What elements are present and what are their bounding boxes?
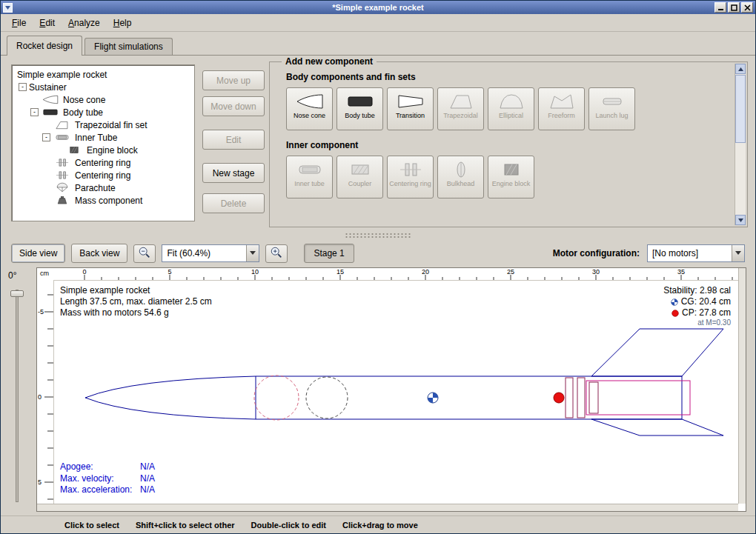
tree-item-label: Simple example rocket <box>17 70 107 80</box>
bulkhead-button[interactable]: Bulkhead <box>437 156 484 198</box>
svg-text:20: 20 <box>422 268 429 276</box>
new-stage-button[interactable]: New stage <box>202 163 265 183</box>
zoom-value: Fit (60.4%) <box>162 248 246 258</box>
cg-marker[interactable] <box>428 393 438 403</box>
zoom-out-button[interactable] <box>133 244 156 263</box>
back-view-button[interactable]: Back view <box>71 244 127 263</box>
tree-item-nose-cone[interactable]: Nose cone <box>12 93 194 106</box>
centering-ring-icon <box>53 157 72 168</box>
component-tree[interactable]: Simple example rocket-SustainerNose cone… <box>11 64 195 221</box>
figure-vscrollbar[interactable] <box>738 268 746 504</box>
tree-item-parachute[interactable]: Parachute <box>12 181 194 194</box>
cp-marker[interactable] <box>554 393 564 403</box>
centering-ring-button[interactable]: Centering ring <box>387 156 434 198</box>
menu-file[interactable]: File <box>5 16 33 30</box>
splitter-handle[interactable] <box>1 230 755 241</box>
tab-rocket-design[interactable]: Rocket design <box>7 36 82 56</box>
tree-item-body-tube[interactable]: -Body tube <box>12 106 194 119</box>
move-down-button[interactable]: Move down <box>202 96 265 116</box>
scrollbar-thumb[interactable] <box>735 75 746 143</box>
side-view-button[interactable]: Side view <box>11 244 65 263</box>
freeform-icon <box>547 92 577 111</box>
minimize-button[interactable] <box>714 2 726 13</box>
mass-component-outline[interactable] <box>306 377 348 418</box>
transition-button[interactable]: Transition <box>387 87 434 130</box>
tree-item-sustainer[interactable]: -Sustainer <box>12 81 194 93</box>
tree-item-label: Trapezoidal fin set <box>75 120 147 130</box>
tree-item-label: Engine block <box>87 145 138 156</box>
component-button-label: Body tube <box>345 113 375 120</box>
tree-expander-icon[interactable]: - <box>19 83 27 91</box>
parachute-outline[interactable] <box>254 376 299 420</box>
parachute-icon <box>53 182 72 193</box>
zoom-select[interactable]: Fit (60.4%) <box>162 244 259 262</box>
svg-text:-5: -5 <box>38 308 44 316</box>
titlebar[interactable]: *Simple example rocket <box>1 1 755 14</box>
inner-tube-button[interactable]: Inner tube <box>286 156 333 198</box>
component-button-label: Transition <box>396 113 425 120</box>
mass-icon <box>53 195 72 206</box>
tree-item-mass-component[interactable]: Mass component <box>12 194 194 207</box>
stage-1-button[interactable]: Stage 1 <box>304 244 354 263</box>
zoom-in-button[interactable] <box>265 244 288 263</box>
tree-item-simple-example-rocket[interactable]: Simple example rocket <box>12 68 194 81</box>
component-button-label: Inner tube <box>294 181 325 188</box>
trapezoidal-button[interactable]: Trapezoidal <box>437 87 484 130</box>
rotation-slider-handle[interactable] <box>10 290 24 297</box>
hint-shift-click: Shift+click to select other <box>136 521 235 530</box>
hint-drag: Click+drag to move <box>342 521 418 530</box>
svg-text:10: 10 <box>251 268 259 276</box>
tree-item-trapezoidal-fin-set[interactable]: Trapezoidal fin set <box>12 119 194 131</box>
component-button-label: Bulkhead <box>447 181 475 188</box>
rotation-slider[interactable] <box>16 290 19 502</box>
transition-icon <box>396 92 425 111</box>
centering-ring-icon <box>53 170 72 181</box>
tab-flight-simulations[interactable]: Flight simulations <box>84 38 173 55</box>
tree-item-centering-ring[interactable]: Centering ring <box>12 169 194 181</box>
figure-hscrollbar[interactable] <box>37 504 738 511</box>
scroll-up-icon[interactable] <box>735 64 746 74</box>
tree-item-centering-ring[interactable]: Centering ring <box>12 156 194 169</box>
body-tube-outline[interactable] <box>256 376 682 419</box>
maximize-button[interactable] <box>728 2 740 13</box>
launch-lug-button[interactable]: Launch lug <box>588 87 635 130</box>
menu-edit[interactable]: Edit <box>33 16 62 30</box>
fin-set-outline[interactable] <box>591 329 723 435</box>
close-button[interactable] <box>741 2 753 13</box>
svg-text:35: 35 <box>677 268 685 276</box>
tree-expander-icon[interactable]: - <box>30 108 39 116</box>
motor-configuration-select[interactable]: [No motors] <box>647 244 745 262</box>
scroll-down-icon[interactable] <box>735 215 746 225</box>
nose-cone-button[interactable]: Nose cone <box>286 87 333 130</box>
chevron-down-icon[interactable] <box>246 245 259 261</box>
tree-item-label: Nose cone <box>63 95 105 105</box>
stability-info: Stability: 2.98 cal CG: 20.4 cm CP: 27.8… <box>663 285 731 328</box>
add-component-scrollbar[interactable] <box>735 64 746 225</box>
delete-button[interactable]: Delete <box>202 193 265 213</box>
tree-expander-icon[interactable]: - <box>42 133 50 141</box>
design-top-section: Simple example rocket-SustainerNose cone… <box>1 56 755 230</box>
nose-cone-icon <box>41 94 60 105</box>
component-button-label: Trapezoidal <box>443 113 478 120</box>
inner-components-outline[interactable] <box>566 378 690 418</box>
tree-item-label: Body tube <box>63 107 103 118</box>
coupler-button[interactable]: Coupler <box>336 156 383 198</box>
edit-button[interactable]: Edit <box>202 130 265 150</box>
elliptical-button[interactable]: Elliptical <box>488 87 534 130</box>
rocket-info: Simple example rocket Length 37.5 cm, ma… <box>60 285 212 318</box>
action-buttons: Move upMove downEditNew stageDelete <box>202 70 265 213</box>
tree-item-inner-tube[interactable]: -Inner Tube <box>12 131 194 144</box>
svg-text:25: 25 <box>507 268 514 276</box>
tree-item-engine-block[interactable]: Engine block <box>12 144 194 156</box>
move-up-button[interactable]: Move up <box>202 70 265 90</box>
menu-analyze[interactable]: Analyze <box>62 16 107 30</box>
body-tube-button[interactable]: Body tube <box>336 87 383 130</box>
freeform-button[interactable]: Freeform <box>538 87 585 130</box>
rocket-canvas[interactable]: Simple example rocket Length 37.5 cm, ma… <box>53 280 738 504</box>
svg-text:0: 0 <box>38 393 42 401</box>
chevron-down-icon[interactable] <box>732 245 744 261</box>
tree-item-label: Centering ring <box>75 158 130 168</box>
nose-cone-outline[interactable] <box>85 376 256 419</box>
menu-help[interactable]: Help <box>107 16 139 30</box>
engine-block-button[interactable]: Engine block <box>488 156 534 198</box>
